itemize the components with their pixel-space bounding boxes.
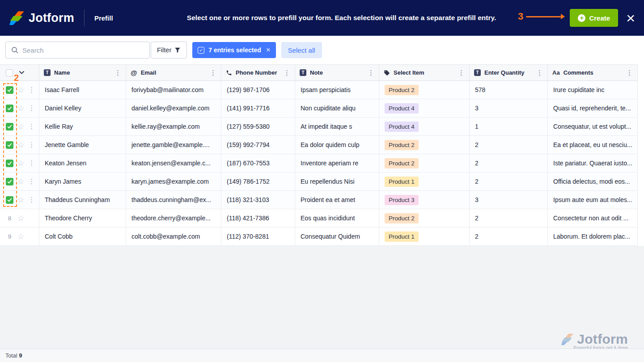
cell-name[interactable]: Colt Cobb (39, 227, 126, 245)
cell-phone[interactable]: (141) 991-7716 (221, 99, 295, 117)
select-all-button[interactable]: Select all (281, 42, 322, 58)
cell-phone[interactable]: (159) 992-7794 (221, 136, 295, 154)
cell-name[interactable]: Karyn James (39, 173, 126, 190)
cell-note[interactable]: At impedit itaque s (295, 118, 379, 135)
column-header-name[interactable]: T Name ⋮ (39, 65, 126, 80)
table-row[interactable]: ☆⋮Karyn Jameskaryn.james@example.com(149… (0, 173, 637, 191)
table-row[interactable]: 9☆Colt Cobbcolt.cobb@example.com(112) 37… (0, 227, 637, 246)
column-menu-icon[interactable]: ⋮ (368, 69, 374, 77)
cell-comments[interactable]: Iste pariatur. Quaerat iusto... (548, 154, 638, 172)
cell-quantity[interactable]: 2 (470, 154, 548, 172)
column-menu-icon[interactable]: ⋮ (210, 69, 216, 77)
cell-phone[interactable]: (187) 670-7553 (221, 154, 295, 172)
cell-phone[interactable]: (127) 559-5380 (221, 118, 295, 135)
cell-phone[interactable]: (149) 786-1752 (221, 173, 295, 190)
cell-note[interactable]: Inventore aperiam re (295, 154, 379, 172)
cell-select-item[interactable]: Product 1 (379, 227, 470, 245)
row-menu-icon[interactable]: ⋮ (28, 86, 35, 94)
column-menu-icon[interactable]: ⋮ (458, 69, 465, 77)
cell-quantity[interactable]: 578 (470, 81, 548, 99)
cell-comments[interactable]: Officia delectus, modi eos... (548, 173, 638, 190)
cell-phone[interactable]: (129) 987-1706 (221, 81, 295, 99)
close-icon[interactable]: × (626, 10, 635, 25)
cell-name[interactable]: Jenette Gamble (39, 136, 126, 154)
cell-note[interactable]: Eu repellendus Nisi (295, 173, 379, 190)
column-header-comments[interactable]: Aa Comments ⋮ (548, 65, 638, 80)
cell-email[interactable]: kellie.ray@example.com (126, 118, 221, 135)
table-row[interactable]: ☆⋮Thaddeus Cunninghamthaddeus.cunningham… (0, 191, 637, 209)
cell-name[interactable]: Kellie Ray (39, 118, 126, 135)
chevron-down-icon[interactable] (19, 71, 24, 74)
cell-comments[interactable]: Irure cupiditate inc (548, 81, 638, 99)
star-icon[interactable]: ☆ (17, 196, 24, 204)
star-icon[interactable]: ☆ (17, 86, 24, 94)
cell-select-item[interactable]: Product 4 (379, 99, 470, 117)
cell-phone[interactable]: (118) 421-7386 (221, 209, 295, 227)
cell-email[interactable]: thaddeus.cunningham@ex... (126, 191, 221, 209)
cell-note[interactable]: Non cupiditate aliqu (295, 99, 379, 117)
cell-note[interactable]: Ipsam perspiciatis (295, 81, 379, 99)
cell-note[interactable]: Eos quas incididunt (295, 209, 379, 227)
cell-quantity[interactable]: 2 (470, 136, 548, 154)
cell-email[interactable]: jenette.gamble@example.... (126, 136, 221, 154)
cell-quantity[interactable]: 2 (470, 209, 548, 227)
table-row[interactable]: ☆⋮Daniel Kelleydaniel.kelley@example.com… (0, 99, 637, 118)
cell-select-item[interactable]: Product 4 (379, 118, 470, 135)
star-icon[interactable]: ☆ (17, 215, 24, 222)
cell-quantity[interactable]: 2 (470, 227, 548, 245)
search-box[interactable] (5, 42, 150, 59)
cell-name[interactable]: Theodore Cherry (39, 209, 126, 227)
cell-comments[interactable]: Ipsum aute eum aut moles... (548, 191, 638, 209)
column-menu-icon[interactable]: ⋮ (536, 69, 543, 77)
column-menu-icon[interactable]: ⋮ (626, 69, 633, 77)
cell-quantity[interactable]: 3 (470, 191, 548, 209)
row-checkbox-checked[interactable] (6, 196, 13, 204)
cell-select-item[interactable]: Product 2 (379, 136, 470, 154)
row-menu-icon[interactable]: ⋮ (28, 122, 35, 130)
table-row[interactable]: ☆⋮Keaton Jensenkeaton.jensen@example.c..… (0, 154, 637, 173)
cell-name[interactable]: Daniel Kelley (39, 99, 126, 117)
cell-name[interactable]: Keaton Jensen (39, 154, 126, 172)
search-input[interactable] (22, 46, 144, 54)
cell-select-item[interactable]: Product 2 (379, 154, 470, 172)
cell-email[interactable]: forivybab@mailinator.com (126, 81, 221, 99)
row-checkbox-checked[interactable] (6, 160, 13, 167)
row-checkbox-checked[interactable] (6, 178, 13, 185)
cell-quantity[interactable]: 1 (470, 118, 548, 135)
column-header-email[interactable]: @ Email ⋮ (126, 65, 221, 80)
row-checkbox-checked[interactable] (6, 123, 13, 130)
create-button[interactable]: + Create (570, 9, 618, 27)
column-header-quantity[interactable]: T Enter Quantity ⋮ (470, 65, 548, 80)
row-menu-icon[interactable]: ⋮ (28, 141, 35, 149)
cell-select-item[interactable]: Product 3 (379, 191, 470, 209)
column-header-phone[interactable]: Phone Number ⋮ (221, 65, 295, 80)
star-icon[interactable]: ☆ (17, 141, 24, 149)
star-icon[interactable]: ☆ (17, 123, 24, 130)
cell-quantity[interactable]: 3 (470, 99, 548, 117)
row-menu-icon[interactable]: ⋮ (28, 177, 35, 185)
filter-button[interactable]: Filter (151, 42, 187, 59)
star-icon[interactable]: ☆ (17, 233, 24, 240)
row-checkbox-checked[interactable] (6, 105, 13, 112)
cell-select-item[interactable]: Product 2 (379, 81, 470, 99)
cell-comments[interactable]: Ea et placeat, eu ut nesciu... (548, 136, 638, 154)
cell-phone[interactable]: (118) 321-3103 (221, 191, 295, 209)
column-menu-icon[interactable]: ⋮ (284, 69, 290, 77)
star-icon[interactable]: ☆ (17, 105, 24, 112)
cell-email[interactable]: keaton.jensen@example.c... (126, 154, 221, 172)
column-header-select-item[interactable]: Select Item ⋮ (379, 65, 470, 80)
row-menu-icon[interactable]: ⋮ (28, 104, 35, 112)
cell-email[interactable]: theodore.cherry@example... (126, 209, 221, 227)
cell-select-item[interactable]: Product 2 (379, 209, 470, 227)
cell-email[interactable]: daniel.kelley@example.com (126, 99, 221, 117)
cell-select-item[interactable]: Product 1 (379, 173, 470, 190)
cell-note[interactable]: Consequatur Quidem (295, 227, 379, 245)
cell-email[interactable]: colt.cobb@example.com (126, 227, 221, 245)
table-row[interactable]: ☆⋮Kellie Raykellie.ray@example.com(127) … (0, 118, 637, 136)
cell-email[interactable]: karyn.james@example.com (126, 173, 221, 190)
star-icon[interactable]: ☆ (17, 178, 24, 185)
select-all-checkbox[interactable] (6, 69, 13, 76)
column-menu-icon[interactable]: ⋮ (114, 69, 121, 77)
cell-phone[interactable]: (112) 370-8281 (221, 227, 295, 245)
cell-comments[interactable]: Consequatur, ut est volupt... (548, 118, 638, 135)
